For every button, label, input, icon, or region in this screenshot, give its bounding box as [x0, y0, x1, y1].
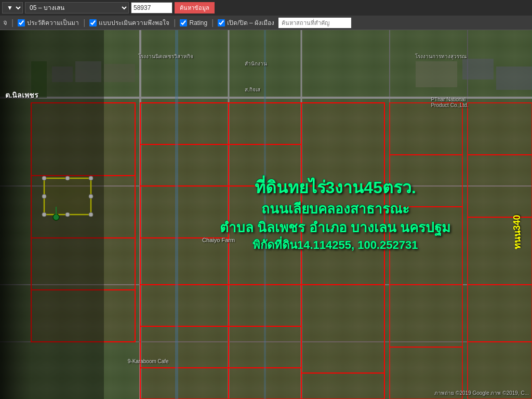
svg-rect-52 — [104, 64, 135, 82]
dropdown-col[interactable]: ▼ — [2, 2, 23, 14]
land-title-line3: ตำบล นิลเพชร อำเภอ บางเลน นครปฐม — [220, 218, 450, 237]
sep2: | — [83, 18, 85, 28]
svg-rect-30 — [390, 103, 462, 155]
sep1: | — [11, 18, 14, 28]
copyright-text: ภาพถ่าย ©2019 Google ภาพ ©2019, C... — [434, 389, 529, 397]
sep3: | — [174, 18, 176, 28]
svg-rect-13 — [140, 103, 229, 144]
svg-rect-29 — [301, 373, 384, 399]
svg-rect-36 — [468, 155, 532, 217]
assessment-checkbox-label[interactable]: แบบประเมินความพึงพอใจ — [89, 18, 169, 28]
land-coordinates: พิกัดที่ดิน14.114255, 100.252731 — [220, 237, 450, 253]
dropdown-district[interactable]: 05 – บางเลน — [25, 2, 129, 14]
land-title-line1: ที่ดินทยไร่3งาน45ตรว. — [220, 176, 450, 200]
secondary-toolbar: จ | ประวัติความเป็นมา | แบบประเมินความพึ… — [0, 16, 532, 30]
land-title-line2: ถนนเลียบคลองสาธารณะ — [220, 200, 450, 218]
svg-rect-35 — [468, 103, 532, 155]
search-button[interactable]: ค้นหาข้อมูล — [175, 2, 215, 14]
place-label-skit: ส.กิจเส — [245, 86, 260, 94]
svg-rect-33 — [390, 285, 462, 347]
parcel-input[interactable] — [131, 2, 172, 14]
zoning-checkbox[interactable] — [218, 19, 225, 26]
toolbar2-journal: จ — [3, 17, 7, 28]
left-vignette — [0, 30, 31, 399]
journal-label: จ — [3, 17, 7, 28]
place-label-factory2: โรงงานการทางสุวรรณ — [415, 52, 467, 60]
rating-label: Rating — [189, 19, 207, 26]
svg-rect-17 — [140, 285, 229, 326]
place-label-karaboom: 9-Karaboom Cafe — [128, 358, 169, 364]
road-label: ทนน340 — [509, 215, 524, 249]
assessment-label: แบบประเมินความพึงพอใจ — [99, 18, 169, 28]
map-area[interactable]: ที่ดินทยไร่3งาน45ตรว. ถนนเลียบคลองสาธารณ… — [0, 30, 532, 399]
sep4: | — [211, 18, 214, 28]
place-label-nilphet: ต.นิลเพชร — [5, 89, 38, 101]
svg-rect-53 — [416, 61, 457, 87]
svg-rect-15 — [140, 186, 229, 238]
rating-checkbox-label[interactable]: Rating — [180, 19, 207, 26]
svg-rect-38 — [468, 285, 532, 342]
svg-rect-28 — [301, 285, 384, 373]
svg-rect-14 — [140, 144, 229, 186]
history-label: ประวัติความเป็นมา — [27, 18, 79, 28]
svg-rect-54 — [462, 59, 494, 79]
svg-rect-26 — [301, 103, 384, 186]
map-overlay-text: ที่ดินทยไร่3งาน45ตรว. ถนนเลียบคลองสาธารณ… — [220, 176, 450, 253]
assessment-checkbox[interactable] — [89, 19, 97, 26]
place-label-factory1: โรงงานนิตเพชรวิสาหกิจ — [138, 52, 193, 60]
svg-rect-19 — [140, 368, 229, 399]
main-toolbar: ▼ 05 – บางเลน ค้นหาข้อมูล — [0, 0, 532, 16]
history-checkbox[interactable] — [18, 19, 25, 26]
history-checkbox-label[interactable]: ประวัติความเป็นมา — [18, 18, 79, 28]
place-search-input[interactable] — [278, 18, 351, 28]
rating-checkbox[interactable] — [180, 19, 187, 26]
svg-rect-16 — [140, 238, 229, 285]
svg-rect-55 — [496, 66, 532, 90]
zoning-label: เปิด/ปิด – ผังเมือง — [227, 18, 274, 28]
place-label-company: PThar NationalProduct Co.,Ltd. — [431, 97, 468, 108]
zoning-checkbox-label[interactable]: เปิด/ปิด – ผังเมือง — [218, 18, 274, 28]
place-label-chaiyo: Chaiyo Farm — [202, 237, 235, 243]
place-label-school: สำนักงาน — [245, 60, 267, 68]
